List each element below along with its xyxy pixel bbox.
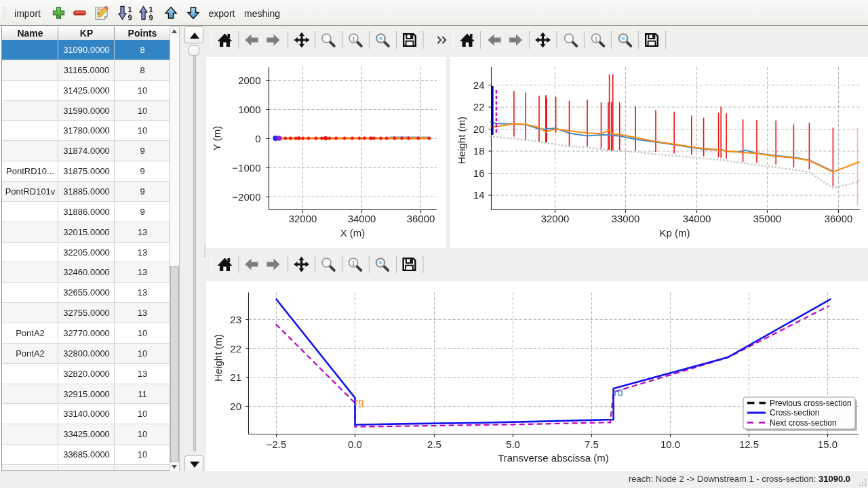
svg-text:15.0: 15.0	[818, 439, 837, 450]
svg-text:23: 23	[230, 314, 241, 325]
svg-text:22: 22	[230, 343, 241, 354]
svg-text:−1000: −1000	[232, 162, 260, 174]
svg-text:1000: 1000	[238, 104, 260, 115]
svg-text:32000: 32000	[289, 213, 317, 224]
svg-text:12.5: 12.5	[739, 439, 759, 450]
svg-text:export: export	[209, 8, 235, 19]
svg-text:Previous cross-section: Previous cross-section	[770, 399, 852, 408]
svg-text:20: 20	[230, 401, 241, 412]
svg-text:0: 0	[255, 133, 260, 144]
svg-text:−2000: −2000	[232, 191, 260, 203]
svg-text:32000: 32000	[541, 213, 570, 224]
svg-text:16: 16	[473, 167, 485, 179]
svg-text:Y (m): Y (m)	[211, 126, 222, 150]
svg-text:18: 18	[473, 145, 485, 157]
svg-text:10.0: 10.0	[660, 439, 680, 450]
svg-text:rd: rd	[614, 386, 623, 398]
svg-text:33000: 33000	[612, 213, 640, 224]
svg-text:35000: 35000	[753, 213, 782, 224]
svg-text:import: import	[14, 8, 41, 19]
svg-text:Kp (m): Kp (m)	[660, 227, 690, 239]
svg-text:22: 22	[473, 101, 485, 113]
svg-text:1: 1	[149, 5, 153, 14]
svg-text:2.5: 2.5	[427, 439, 441, 450]
svg-text:2000: 2000	[238, 75, 260, 86]
svg-text:Next cross-section: Next cross-section	[770, 418, 837, 428]
svg-text:24: 24	[473, 79, 485, 91]
svg-text:21: 21	[230, 371, 241, 383]
svg-text:meshing: meshing	[244, 8, 280, 19]
svg-text:X (m): X (m)	[340, 227, 366, 239]
svg-text:36000: 36000	[825, 213, 853, 224]
svg-text:Cross-section: Cross-section	[770, 408, 819, 418]
svg-text:34000: 34000	[348, 213, 376, 224]
svg-text:36000: 36000	[407, 213, 435, 224]
svg-text:7.5: 7.5	[585, 439, 599, 450]
svg-text:1: 1	[127, 5, 132, 14]
svg-text:Height (m): Height (m)	[456, 117, 467, 164]
svg-text:14: 14	[473, 189, 485, 201]
svg-text:0.0: 0.0	[348, 439, 362, 450]
svg-text:−2.5: −2.5	[267, 439, 287, 450]
svg-text:Transverse abscissa (m): Transverse abscissa (m)	[498, 452, 609, 464]
svg-text:Height (m): Height (m)	[212, 334, 224, 382]
svg-text:20: 20	[473, 123, 485, 135]
svg-text:5.0: 5.0	[506, 439, 520, 450]
svg-text:34000: 34000	[683, 213, 711, 224]
svg-text:rg: rg	[355, 396, 363, 407]
